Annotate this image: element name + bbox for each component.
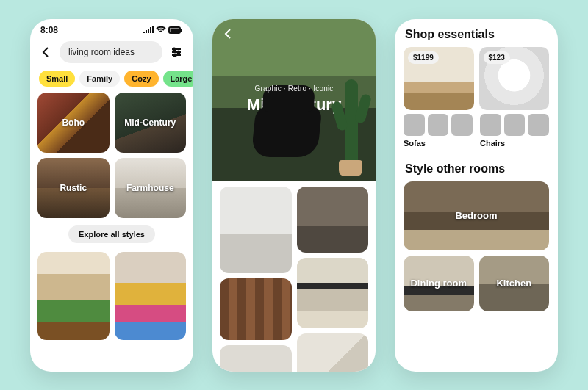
style-label: Boho	[62, 118, 85, 128]
search-results-scroll[interactable]: Boho Mid-Century Rustic Farmhouse Explor…	[30, 93, 193, 372]
shop-tile-sofa[interactable]: $1199	[404, 47, 474, 110]
price-badge: $1199	[408, 51, 439, 64]
hero-illustration-pot	[339, 160, 362, 176]
style-feed-scroll[interactable]	[212, 181, 376, 372]
pin-tile[interactable]	[220, 187, 292, 273]
signal-icon	[143, 26, 154, 34]
room-label: Bedroom	[455, 210, 497, 221]
filter-chip-large[interactable]: Large	[163, 71, 194, 87]
filter-chip-cozy[interactable]: Cozy	[124, 71, 158, 87]
svg-point-3	[173, 48, 175, 50]
svg-rect-1	[181, 29, 182, 32]
filter-button[interactable]	[168, 44, 184, 60]
screen-search: 8:08 living room ideas SmallFamilyCozyLa…	[30, 19, 193, 372]
rooms-list: Bedroom Dining room Kitchen	[395, 181, 558, 311]
pin-tile[interactable]	[297, 333, 369, 372]
search-input[interactable]: living room ideas	[60, 41, 162, 63]
hero-illustration-chair	[251, 106, 322, 157]
style-tile-boho[interactable]: Boho	[37, 93, 110, 153]
style-tile-rustic[interactable]: Rustic	[37, 158, 110, 218]
wifi-icon	[156, 26, 166, 34]
filter-chips: SmallFamilyCozyLargeLayo	[30, 68, 193, 93]
back-button[interactable]	[221, 26, 236, 41]
room-label: Dining room	[410, 278, 467, 289]
shop-category-chairs[interactable]: Chairs	[480, 110, 549, 148]
pin-tile[interactable]	[297, 258, 369, 328]
shop-category-sofas[interactable]: Sofas	[404, 110, 473, 148]
explore-all-styles-button[interactable]: Explore all styles	[68, 225, 155, 243]
pin-grid	[37, 252, 186, 340]
shop-caption: Chairs	[480, 139, 549, 148]
masonry-grid	[220, 187, 368, 372]
style-label: Farmhouse	[126, 183, 174, 193]
search-value: living room ideas	[68, 47, 135, 57]
status-icons	[143, 26, 183, 34]
search-row: living room ideas	[30, 37, 193, 68]
hero-illustration-cactus	[345, 79, 358, 167]
style-label: Mid-Century	[124, 118, 176, 128]
status-time: 8:08	[40, 25, 58, 35]
room-tile-kitchen[interactable]: Kitchen	[479, 256, 550, 311]
shop-tile-chair[interactable]: $123	[479, 47, 550, 110]
pin-tile[interactable]	[297, 187, 369, 253]
room-label: Kitchen	[496, 278, 531, 289]
shop-essentials-header: Shop essentials	[395, 19, 558, 47]
back-button[interactable]	[39, 45, 54, 59]
style-label: Rustic	[60, 183, 87, 193]
shop-caption: Sofas	[404, 139, 473, 148]
room-tile-bedroom[interactable]: Bedroom	[404, 181, 549, 250]
style-grid: Boho Mid-Century Rustic Farmhouse	[37, 93, 186, 218]
filter-chip-small[interactable]: Small	[39, 71, 75, 87]
screen-style-detail: Graphic · Retro · Iconic Mid-Century	[212, 19, 376, 372]
svg-point-4	[177, 51, 179, 53]
price-badge: $123	[484, 51, 510, 64]
svg-point-5	[173, 54, 176, 56]
shop-thumbnails: Sofas Chairs	[395, 110, 558, 154]
style-tile-farmhouse[interactable]: Farmhouse	[115, 158, 187, 218]
screen-shop-and-rooms: Shop essentials $1199 $123 Sofas Chairs …	[395, 19, 558, 372]
pin-tile[interactable]	[37, 252, 110, 340]
style-other-rooms-header: Style other rooms	[395, 154, 558, 181]
room-tile-dining[interactable]: Dining room	[404, 256, 474, 311]
pin-tile[interactable]	[220, 278, 292, 340]
shop-grid: $1199 $123	[395, 47, 558, 110]
style-tile-midcentury[interactable]: Mid-Century	[115, 93, 187, 153]
filter-chip-family[interactable]: Family	[79, 71, 120, 87]
hero-breadcrumb: Graphic · Retro · Iconic	[254, 84, 333, 93]
svg-rect-2	[171, 28, 179, 32]
pin-tile[interactable]	[220, 345, 292, 372]
battery-icon	[168, 26, 183, 34]
hero: Graphic · Retro · Iconic Mid-Century	[212, 19, 376, 181]
status-bar: 8:08	[30, 19, 193, 37]
pin-tile[interactable]	[115, 252, 187, 340]
